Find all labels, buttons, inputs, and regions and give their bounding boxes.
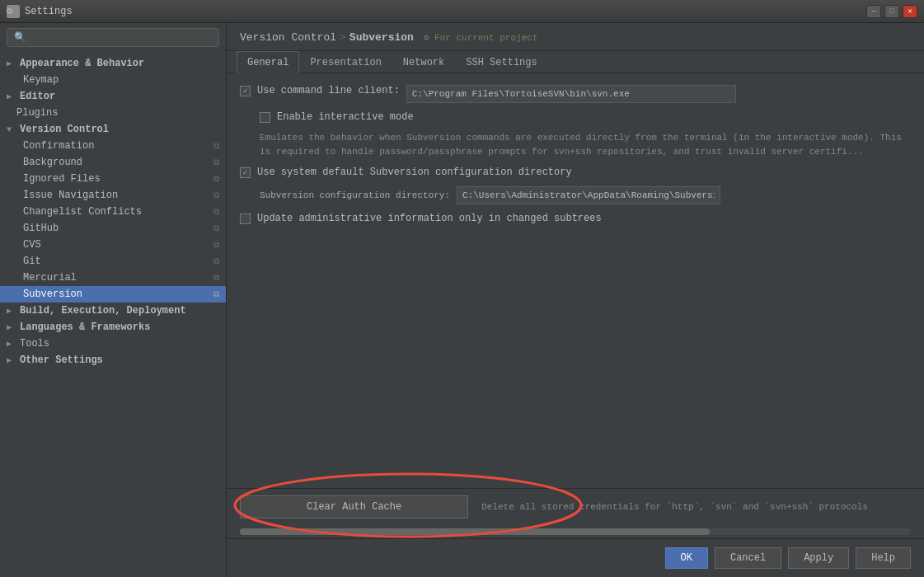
app-icon: ⚙ <box>7 5 20 18</box>
ext-icon: ⧉ <box>213 142 219 151</box>
sidebar-item-label: CVS <box>23 239 41 251</box>
sidebar-item-label: Ignored Files <box>23 173 101 185</box>
general-panel: Use command line client: Enable interact… <box>227 73 924 488</box>
search-input[interactable] <box>31 32 212 44</box>
titlebar: ⚙ Settings — □ ✕ <box>0 0 924 23</box>
arrow-icon: ▶ <box>7 91 16 101</box>
sidebar-item-cvs[interactable]: CVS ⧉ <box>0 237 226 253</box>
breadcrumb: Version Control > Subversion ⚙ For curre… <box>227 23 924 51</box>
close-button[interactable]: ✕ <box>903 5 917 18</box>
sidebar-item-git[interactable]: Git ⧉ <box>0 253 226 270</box>
sidebar-item-tools[interactable]: ▶ Tools <box>0 335 226 352</box>
config-dir-label: Subversion configuration directory: <box>260 190 450 200</box>
ext-icon: ⧉ <box>213 290 219 299</box>
clear-auth-cache-button[interactable]: Clear Auth Cache <box>240 495 468 518</box>
ext-icon: ⧉ <box>213 175 219 184</box>
use-system-default-label: Use system default Subversion configurat… <box>257 167 572 178</box>
titlebar-title: Settings <box>25 6 866 17</box>
sidebar-item-label: Tools <box>20 338 49 349</box>
sidebar-item-languages-frameworks[interactable]: ▶ Languages & Frameworks <box>0 319 226 335</box>
cancel-button[interactable]: Cancel <box>715 547 781 569</box>
sidebar-item-label: Keymap <box>23 74 59 86</box>
tab-network[interactable]: Network <box>392 51 455 73</box>
content-area: Version Control > Subversion ⚙ For curre… <box>227 23 924 577</box>
ok-button[interactable]: OK <box>665 547 708 569</box>
scrollbar-thumb[interactable] <box>240 528 710 535</box>
interactive-description: Emulates the behavior when Subversion co… <box>260 131 911 158</box>
arrow-icon: ▼ <box>7 125 16 134</box>
sidebar-item-label: Version Control <box>20 124 109 135</box>
sidebar-item-github[interactable]: GitHub ⧉ <box>0 220 226 237</box>
use-system-default-checkbox[interactable] <box>240 167 251 178</box>
sidebar-item-issue-navigation[interactable]: Issue Navigation ⧉ <box>0 187 226 204</box>
horizontal-scrollbar[interactable] <box>240 528 911 535</box>
sidebar-item-background[interactable]: Background ⧉ <box>0 154 226 171</box>
ext-icon: ⧉ <box>213 274 219 283</box>
ext-icon: ⧉ <box>213 158 219 167</box>
sidebar-item-keymap[interactable]: Keymap <box>0 72 226 88</box>
sidebar-item-subversion[interactable]: Subversion ⧉ <box>0 286 226 303</box>
tab-ssh-settings[interactable]: SSH Settings <box>455 51 547 73</box>
update-admin-checkbox[interactable] <box>240 213 251 224</box>
ext-icon: ⧉ <box>213 257 219 266</box>
tabs: General Presentation Network SSH Setting… <box>227 51 924 73</box>
arrow-icon: ▶ <box>7 322 16 332</box>
sidebar-item-ignored-files[interactable]: Ignored Files ⧉ <box>0 171 226 187</box>
sidebar-item-label: Build, Execution, Deployment <box>20 305 186 317</box>
arrow-icon: ▶ <box>7 59 16 68</box>
sidebar-item-other-settings[interactable]: ▶ Other Settings <box>0 352 226 368</box>
sidebar-item-label: Background <box>23 157 82 168</box>
ext-icon: ⧉ <box>213 208 219 217</box>
sidebar-item-build-execution[interactable]: ▶ Build, Execution, Deployment <box>0 303 226 319</box>
tab-presentation[interactable]: Presentation <box>299 51 392 73</box>
sidebar-item-label: Subversion <box>23 288 82 300</box>
sidebar-tree: ▶ Appearance & Behavior Keymap ▶ Editor … <box>0 52 226 577</box>
sidebar-item-editor[interactable]: ▶ Editor <box>0 88 226 105</box>
breadcrumb-separator: > <box>340 31 346 44</box>
main-layout: 🔍 ▶ Appearance & Behavior Keymap ▶ Edito… <box>0 23 924 577</box>
maximize-button[interactable]: □ <box>884 5 899 18</box>
config-dir-input[interactable] <box>457 186 720 204</box>
sidebar-item-label: Plugins <box>16 107 58 119</box>
bottom-bar: OK Cancel Apply Help <box>227 538 924 577</box>
scrollbar-area <box>227 525 924 538</box>
sidebar-item-label: Other Settings <box>20 354 103 366</box>
sidebar-item-label: Confirmation <box>23 140 94 152</box>
sidebar-item-mercurial[interactable]: Mercurial ⧉ <box>0 270 226 286</box>
apply-button[interactable]: Apply <box>788 547 849 569</box>
sidebar-item-label: Issue Navigation <box>23 190 118 201</box>
sidebar-item-label: Changelist Conflicts <box>23 206 142 218</box>
sidebar-item-confirmation[interactable]: Confirmation ⧉ <box>0 138 226 154</box>
sidebar-item-label: Git <box>23 256 41 267</box>
enable-interactive-label: Enable interactive mode <box>277 111 414 123</box>
ext-icon: ⧉ <box>213 241 219 250</box>
arrow-icon: ▶ <box>7 355 16 365</box>
breadcrumb-version-control: Version Control <box>240 31 336 44</box>
update-admin-row: Update administrative information only i… <box>240 213 911 224</box>
sidebar-item-changelist-conflicts[interactable]: Changelist Conflicts ⧉ <box>0 204 226 220</box>
minimize-button[interactable]: — <box>866 5 881 18</box>
sidebar-item-label: Editor <box>20 91 55 102</box>
use-system-default-row: Use system default Subversion configurat… <box>240 167 911 178</box>
sidebar-item-plugins[interactable]: Plugins <box>0 105 226 121</box>
auth-cache-note: Delete all stored credentials for `http`… <box>481 502 868 512</box>
command-line-path-input[interactable] <box>406 85 736 103</box>
tab-general[interactable]: General <box>237 51 299 73</box>
config-dir-row: Subversion configuration directory: <box>260 186 911 204</box>
enable-interactive-checkbox[interactable] <box>260 112 270 123</box>
use-command-line-checkbox[interactable] <box>240 86 251 96</box>
search-box[interactable]: 🔍 <box>7 28 219 47</box>
sidebar-item-version-control[interactable]: ▼ Version Control <box>0 121 226 138</box>
help-button[interactable]: Help <box>856 547 911 569</box>
update-admin-label: Update administrative information only i… <box>257 213 602 224</box>
ext-icon: ⧉ <box>213 224 219 233</box>
search-icon: 🔍 <box>14 31 26 44</box>
ext-icon: ⧉ <box>213 191 219 200</box>
breadcrumb-subversion: Subversion <box>349 31 414 44</box>
sidebar-item-appearance-behavior[interactable]: ▶ Appearance & Behavior <box>0 55 226 72</box>
sidebar-item-label: Appearance & Behavior <box>20 58 144 69</box>
use-command-line-label: Use command line client: <box>257 85 400 96</box>
auth-cache-area: Clear Auth Cache Delete all stored crede… <box>227 488 924 525</box>
arrow-icon: ▶ <box>7 306 16 316</box>
breadcrumb-note: ⚙ For current project <box>424 32 538 43</box>
